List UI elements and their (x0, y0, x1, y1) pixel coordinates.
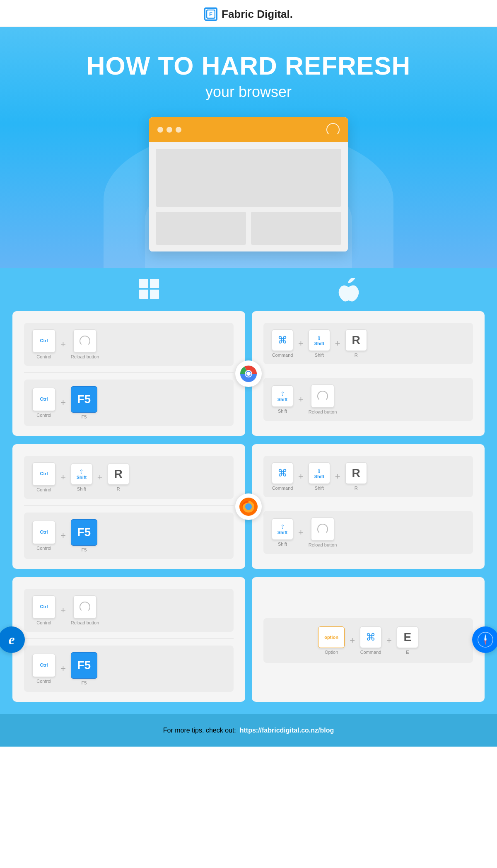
shift-key2-labeled: ⇧ Shift Shift (272, 385, 293, 413)
plus-4: + (335, 338, 340, 349)
safari-icon (477, 631, 494, 648)
ie-ctrl2-labeled: Ctrl Control (32, 654, 55, 684)
ctrl-key-labeled: Ctrl Control (32, 329, 55, 359)
ffm-plus-1: + (298, 471, 304, 482)
cmd-key-labeled: ⌘ Command (272, 329, 293, 358)
ffm-r-key: R (345, 462, 367, 484)
ff-r-key: R (108, 463, 129, 485)
ff-plus-2: + (97, 472, 103, 483)
ie-reload-labeled: Reload button (71, 595, 99, 625)
safari-e-labeled: E E (397, 626, 418, 655)
ie-win-row1: Ctrl Control + Reload button (32, 595, 225, 625)
ctrl-key2-labeled: Ctrl Control (32, 388, 55, 418)
chrome-logo-center (235, 360, 262, 387)
safari-e-letter: E (404, 631, 412, 644)
firefox-icon (239, 497, 258, 517)
cmd-key: ⌘ (272, 329, 293, 351)
browser-content (149, 142, 348, 251)
ie-ctrl2-label: Control (36, 679, 51, 684)
ie-plus-2: + (60, 663, 66, 674)
cmd-label: Command (272, 353, 293, 358)
ie-reload-icon (80, 602, 90, 612)
firefox-mac-row2: ⇧ Shift Shift + Reload button (272, 517, 465, 547)
logo-icon: F (204, 7, 217, 21)
ff-f5-label: F5 (81, 547, 87, 552)
option-label: Option (325, 650, 338, 655)
header: F Fabric Digital. (0, 0, 497, 27)
ff-ctrl-label: Control (36, 487, 51, 492)
svg-point-10 (246, 372, 251, 376)
shift-text2: Shift (277, 397, 287, 402)
safari-mac-row1: option Option + ⌘ Command + E (275, 626, 461, 655)
ie-f5-labeled: F5 F5 (71, 652, 97, 685)
ffm-shift-labeled: ⇧ Shift Shift (309, 462, 330, 491)
ff-ctrl2-text: Ctrl (40, 530, 48, 534)
firefox-windows-panel: Ctrl Control + ⇧ Shift Shift + (12, 444, 245, 569)
browser-dot-2 (166, 127, 172, 133)
ie-safari-row: e Ctrl Control + Rel (12, 577, 485, 702)
browser-main-content (156, 149, 341, 207)
safari-logo (472, 626, 497, 653)
ffm-shift2-key: ⇧ Shift (272, 518, 293, 540)
chrome-win-row2: Ctrl Control + F5 F5 (32, 386, 225, 419)
chrome-mac-panel: ⌘ Command + ⇧ Shift Shift + (252, 311, 485, 436)
ie-f5-label: F5 (81, 680, 87, 685)
reload-label: Reload button (71, 354, 99, 359)
panel-divider-3 (24, 505, 234, 506)
main-grid: Ctrl Control + Reload button (0, 311, 497, 714)
ffm-cmd-label: Command (272, 486, 293, 491)
chrome-mac-row2: ⇧ Shift Shift + Reload button (272, 384, 465, 414)
plus-3: + (298, 338, 304, 349)
f5-key: F5 (71, 386, 97, 413)
ffm-r-labeled: R R (345, 462, 367, 491)
safari-plus-1: + (350, 635, 355, 646)
footer-link[interactable]: https://fabricdigital.co.nz/blog (240, 727, 334, 734)
ff-ctrl2-labeled: Ctrl Control (32, 521, 55, 551)
r-key: R (345, 329, 367, 351)
safari-cmd-key: ⌘ (360, 626, 381, 648)
shift-text: Shift (314, 341, 324, 346)
safari-cmd-labeled: ⌘ Command (360, 626, 381, 655)
ffm-plus-2: + (335, 471, 340, 482)
ff-ctrl-text: Ctrl (40, 471, 48, 476)
panel-divider (24, 372, 234, 373)
ffm-reload-label: Reload button (309, 542, 337, 547)
apple-os-icon (337, 278, 359, 304)
ffm-reload-icon (317, 524, 328, 534)
ie-ctrl-key: Ctrl (32, 595, 55, 619)
ctrl-label2: Control (36, 413, 51, 418)
ffm-cmd-key: ⌘ (272, 462, 293, 484)
ff-r-letter: R (114, 467, 123, 481)
ff-ctrl-labeled: Ctrl Control (32, 462, 55, 492)
plus-5: + (298, 394, 304, 405)
r-key-labeled: R R (345, 329, 367, 358)
logo: F Fabric Digital. (204, 7, 293, 21)
ff-f5-text: F5 (77, 526, 91, 539)
ff-ctrl2-key: Ctrl (32, 521, 55, 544)
shift-key2: ⇧ Shift (272, 385, 293, 407)
f5-label: F5 (81, 414, 87, 419)
ie-reload-key (73, 595, 97, 619)
f5-key-labeled: F5 F5 (71, 386, 97, 419)
ff-shift-labeled: ⇧ Shift Shift (71, 463, 92, 491)
ff-r-labeled: R R (108, 463, 129, 491)
shift-label: Shift (315, 353, 324, 358)
ie-win-row2: Ctrl Control + F5 F5 (32, 652, 225, 685)
safari-mac-panel: option Option + ⌘ Command + E (252, 577, 485, 702)
ffm-cmd-symbol: ⌘ (277, 467, 287, 479)
ie-ctrl2-text: Ctrl (40, 663, 48, 667)
ffm-shift-key: ⇧ Shift (309, 462, 330, 484)
chrome-mac-row1: ⌘ Command + ⇧ Shift Shift + (272, 329, 465, 358)
firefox-win-row2: Ctrl Control + F5 F5 (32, 519, 225, 552)
ff-f5-key: F5 (71, 519, 97, 546)
ff-plus-1: + (60, 472, 66, 483)
os-icons-row (0, 278, 497, 311)
option-key-labeled: option Option (318, 626, 345, 655)
ffm-cmd-labeled: ⌘ Command (272, 462, 293, 491)
hero-subtitle: your browser (0, 83, 497, 101)
option-text: option (324, 635, 338, 640)
ie-ctrl-labeled: Ctrl Control (32, 595, 55, 625)
safari-plus-2: + (386, 635, 392, 646)
chrome-windows-panel: Ctrl Control + Reload button (12, 311, 245, 436)
hero-title: HOW TO HARD REFRESH (0, 52, 497, 80)
